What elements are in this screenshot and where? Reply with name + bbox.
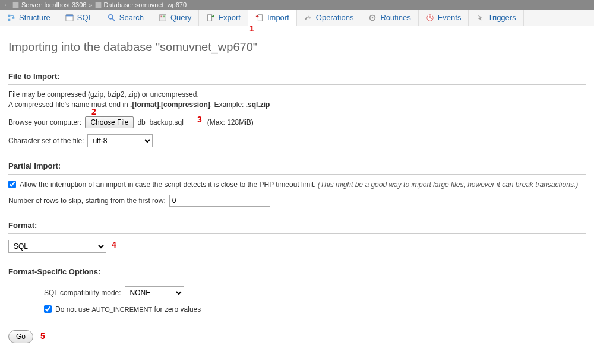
annotation-4: 4: [112, 240, 116, 249]
import-icon: [255, 14, 264, 22]
annotation-3: 3: [197, 115, 202, 124]
choose-file-button[interactable]: Choose File: [85, 116, 134, 128]
svg-rect-0: [8, 14, 11, 17]
structure-icon: [7, 14, 15, 22]
sql-icon: [65, 14, 74, 22]
routines-icon: [368, 14, 377, 22]
max-filesize: (Max: 128MiB): [207, 118, 254, 126]
annotation-5: 5: [40, 331, 45, 341]
compat-mode-select[interactable]: NONE: [125, 286, 184, 299]
database-icon: [95, 2, 102, 8]
svg-rect-11: [258, 14, 262, 21]
charset-label: Character set of the file:: [8, 137, 84, 145]
tab-label: Search: [119, 13, 144, 22]
tab-label: Structure: [19, 13, 50, 22]
divider: [8, 84, 586, 85]
breadcrumb-server[interactable]: Server: localhost:3306: [21, 1, 86, 8]
tab-label: Triggers: [488, 13, 516, 22]
svg-rect-1: [8, 18, 11, 21]
server-icon: [12, 2, 19, 8]
svg-line-6: [112, 18, 115, 20]
tab-events[interactable]: Events: [419, 10, 469, 26]
go-button[interactable]: Go: [8, 330, 33, 343]
events-icon: [426, 14, 434, 22]
tab-label: Export: [218, 13, 241, 22]
tab-sql[interactable]: SQL: [58, 10, 100, 26]
svg-rect-7: [160, 14, 166, 21]
svg-rect-9: [163, 15, 165, 17]
tab-import[interactable]: Import: [248, 10, 297, 26]
tab-label: Events: [438, 13, 462, 22]
breadcrumb-database[interactable]: Database: somuvnet_wp670: [104, 1, 187, 8]
breadcrumb-sep: »: [89, 1, 92, 8]
file-help-2: A compressed file's name must end in .[f…: [8, 100, 586, 110]
divider: [8, 174, 586, 175]
divider: [8, 233, 586, 234]
page-title: Importing into the database "somuvnet_wp…: [8, 40, 586, 54]
query-icon: [159, 14, 167, 22]
tab-search[interactable]: Search: [100, 10, 151, 26]
tab-operations[interactable]: Operations: [297, 10, 362, 26]
autoinc-checkbox[interactable]: [44, 305, 52, 313]
section-format-title: Format:: [8, 221, 586, 230]
tab-label: Routines: [380, 13, 410, 22]
operations-icon: [304, 14, 312, 22]
section-format-options-title: Format-Specific Options:: [8, 267, 586, 276]
charset-select[interactable]: utf-8: [87, 134, 153, 147]
back-arrow-icon[interactable]: ←: [4, 1, 10, 8]
allow-interrupt-checkbox[interactable]: [8, 181, 16, 188]
format-select[interactable]: SQL: [8, 240, 106, 253]
allow-interrupt-label: Allow the interruption of an import in c…: [20, 181, 578, 189]
search-icon: [108, 14, 116, 22]
svg-rect-4: [66, 14, 73, 16]
divider: [8, 280, 586, 280]
file-help-1: File may be compressed (gzip, bzip2, zip…: [8, 90, 586, 100]
tab-triggers[interactable]: Triggers: [469, 10, 523, 26]
divider: [8, 354, 586, 354]
main-tabs: Structure SQL Search Query Export Import…: [0, 10, 594, 26]
svg-rect-8: [160, 15, 162, 17]
tab-label: Query: [170, 13, 191, 22]
svg-rect-10: [208, 14, 212, 21]
tab-structure[interactable]: Structure: [0, 10, 58, 26]
breadcrumb: ← Server: localhost:3306 » Database: som…: [0, 0, 594, 10]
tab-query[interactable]: Query: [151, 10, 199, 26]
autoinc-label: Do not use AUTO_INCREMENT for zero value…: [55, 305, 201, 314]
export-icon: [206, 14, 214, 22]
svg-point-5: [109, 14, 113, 18]
section-file-title: File to Import:: [8, 72, 586, 81]
section-partial-title: Partial Import:: [8, 162, 586, 170]
tab-label: Import: [267, 13, 289, 22]
skip-rows-label: Number of rows to skip, starting from th…: [8, 197, 166, 205]
tab-label: SQL: [77, 13, 93, 22]
chosen-filename: db_backup.sql: [137, 118, 183, 126]
tab-export[interactable]: Export: [199, 10, 248, 26]
browse-label: Browse your computer:: [8, 118, 81, 126]
compat-mode-label: SQL compatibility mode:: [44, 289, 121, 297]
main-content: Importing into the database "somuvnet_wp…: [0, 26, 594, 364]
tab-routines[interactable]: Routines: [361, 10, 418, 26]
triggers-icon: [476, 14, 484, 22]
skip-rows-input[interactable]: [169, 195, 270, 207]
tab-label: Operations: [316, 13, 354, 22]
svg-point-13: [372, 17, 374, 18]
